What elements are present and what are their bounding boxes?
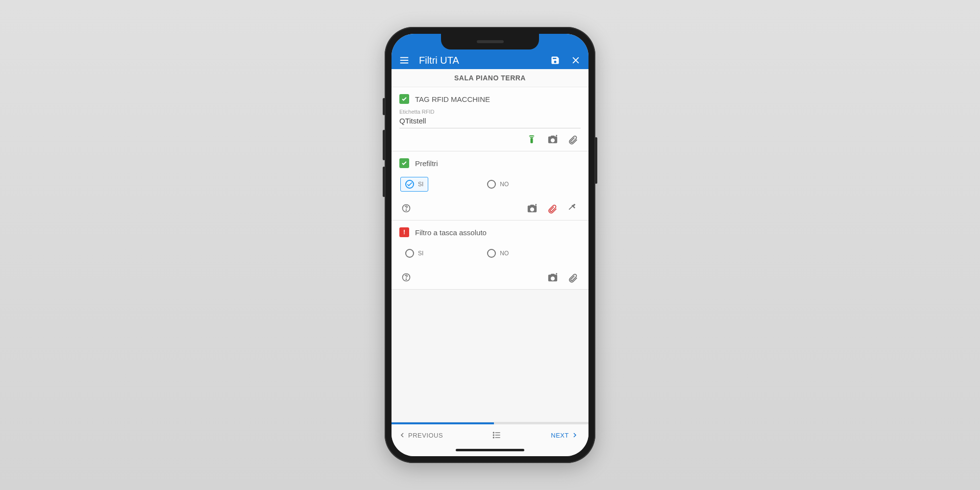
app-title: Filtri UTA [419, 55, 540, 66]
help-icon [401, 203, 411, 213]
chevron-left-icon [398, 431, 406, 439]
attachment-icon [568, 272, 579, 283]
svg-point-17 [493, 435, 494, 436]
progress-fill [392, 422, 494, 424]
close-button[interactable] [570, 54, 582, 66]
svg-point-11 [406, 279, 406, 279]
status-alert-icon: ! [399, 227, 409, 237]
camera-icon [547, 134, 558, 145]
camera-button[interactable] [527, 203, 538, 214]
progress-bar [392, 422, 588, 424]
section-filtro-tasca: ! Filtro a tasca assoluto SI NO [392, 220, 588, 290]
help-button[interactable] [401, 203, 412, 214]
help-icon [401, 272, 411, 282]
camera-button[interactable] [547, 134, 558, 145]
svg-point-9 [531, 208, 534, 211]
svg-point-16 [493, 432, 494, 433]
next-label: NEXT [551, 432, 569, 439]
filtro-tasca-option-si[interactable]: SI [400, 246, 428, 261]
radio-unselected-icon [405, 249, 414, 258]
section-prefiltri: Prefiltri SI NO [392, 151, 588, 220]
rfid-field-label: Etichetta RFID [399, 109, 581, 115]
hammer-button[interactable] [568, 203, 579, 214]
radio-unselected-icon [487, 180, 496, 189]
radio-selected-icon [405, 180, 414, 189]
radio-label-si: SI [418, 250, 423, 257]
screen: Filtri UTA SALA PIANO TERRA TAG RFID MAC… [392, 34, 588, 456]
list-icon [492, 430, 502, 440]
svg-point-6 [552, 139, 554, 142]
radio-unselected-icon [487, 249, 496, 258]
attachment-icon [547, 203, 558, 214]
radio-label-si: SI [418, 181, 423, 188]
home-indicator[interactable] [456, 449, 524, 451]
phone-power-button [595, 137, 597, 184]
rfid-scan-button[interactable] [527, 134, 538, 145]
rfid-field-value[interactable]: QTitstell [399, 115, 581, 128]
previous-button[interactable]: PREVIOUS [398, 431, 443, 439]
save-icon [550, 55, 560, 65]
filtro-tasca-option-no[interactable]: NO [482, 246, 514, 261]
form-content: TAG RFID MACCHINE Etichetta RFID QTitste… [392, 87, 588, 422]
hamburger-icon [399, 55, 410, 66]
section-rfid: TAG RFID MACCHINE Etichetta RFID QTitste… [392, 87, 588, 151]
camera-icon [527, 203, 538, 214]
rfid-antenna-icon [527, 134, 537, 144]
attachment-button[interactable] [547, 203, 558, 214]
menu-button[interactable] [398, 54, 410, 66]
section-prefiltri-title: Prefiltri [415, 159, 438, 168]
help-button[interactable] [401, 272, 412, 283]
section-filtro-tasca-title: Filtro a tasca assoluto [415, 228, 487, 237]
footer: PREVIOUS NEXT [392, 422, 588, 456]
svg-point-8 [406, 210, 406, 210]
close-icon [571, 55, 581, 65]
camera-button[interactable] [547, 272, 558, 283]
camera-icon [547, 272, 558, 283]
next-button[interactable]: NEXT [551, 431, 579, 439]
phone-volume-up [383, 130, 385, 160]
chevron-right-icon [571, 431, 579, 439]
prefiltri-option-si[interactable]: SI [400, 177, 428, 192]
phone-mute-switch [383, 98, 385, 115]
list-button[interactable] [492, 430, 502, 440]
attachment-button[interactable] [568, 272, 579, 283]
svg-rect-5 [531, 138, 532, 143]
svg-point-12 [552, 277, 554, 280]
radio-label-no: NO [500, 181, 509, 188]
previous-label: PREVIOUS [408, 432, 443, 439]
status-complete-icon [399, 94, 409, 104]
section-rfid-title: TAG RFID MACCHINE [415, 95, 490, 103]
status-complete-icon [399, 158, 409, 168]
attachment-button[interactable] [568, 134, 579, 145]
hammer-icon [568, 203, 578, 213]
radio-label-no: NO [500, 250, 509, 257]
phone-volume-down [383, 167, 385, 197]
attachment-icon [568, 134, 579, 145]
location-subheader: SALA PIANO TERRA [392, 69, 588, 87]
phone-frame: Filtri UTA SALA PIANO TERRA TAG RFID MAC… [385, 27, 595, 463]
phone-notch [441, 34, 539, 49]
save-button[interactable] [549, 54, 561, 66]
svg-point-18 [493, 437, 494, 438]
prefiltri-option-no[interactable]: NO [482, 177, 514, 192]
